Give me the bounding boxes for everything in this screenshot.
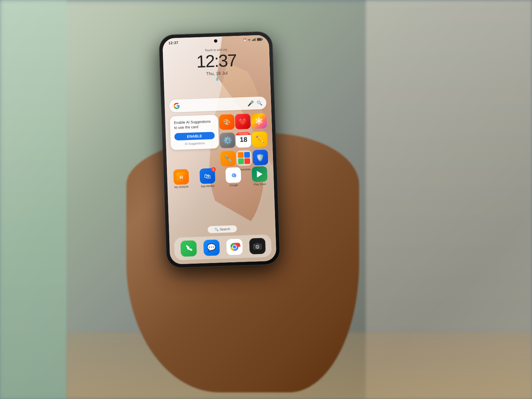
dock-camera-icon[interactable] [249,238,266,254]
app-icon-wrap-notes: ✏️ [251,131,268,148]
essentials-mid-row: ⚙️ Thursday 18 ✏️ [219,131,268,149]
svg-point-8 [258,117,260,119]
ai-card-label: AI Suggestions [175,141,215,146]
phone: 12:37 ⏰ [159,31,280,268]
svg-point-9 [260,118,262,120]
svg-rect-0 [252,40,253,41]
app-icon-2[interactable]: ❤️ [235,114,251,130]
app-market-label: App Market [201,185,214,188]
essentials-top-row: 🎨 ❤️ [218,113,267,131]
dock-phone-icon[interactable] [180,240,197,257]
calendar-icon[interactable]: Thursday 18 [236,132,252,148]
tools-icon[interactable]: 🔧 [220,151,236,167]
svg-rect-27 [254,245,255,246]
battery-icon [257,38,263,42]
clock-section: Touch to add city 12:37 Thu, 18 Jul 💧 [163,47,270,83]
app-icon-wrap-3 [251,113,267,130]
app-icon-wrap-settings: ⚙️ [219,132,236,149]
dock-messages-icon[interactable]: 💬 [203,239,220,256]
chrome-logo [227,240,241,254]
ai-card-text: Enable AI Suggestions to use the card [174,119,214,131]
folder-mini-4 [244,158,250,164]
svg-rect-1 [253,39,253,41]
settings-icon[interactable]: ⚙️ [219,132,235,148]
play-store-logo [255,170,264,179]
svg-rect-3 [255,38,255,41]
play-store-wrap: Play Store [250,166,269,186]
my-honor-icon[interactable]: H [173,169,189,185]
my-honor-wrap: H My HONOR [172,169,191,189]
svg-point-10 [260,121,262,123]
essentials-bottom-row: 🔧 🛡️ [220,150,269,168]
bottom-search-bar[interactable]: 🔍 Search [207,225,237,233]
status-time: 12:37 [168,41,178,45]
background-left-wall [0,0,66,399]
app-icon-wrap-calendar: Thursday 18 [235,132,252,149]
phone-icon-svg [184,244,193,253]
svg-rect-6 [257,38,261,40]
voice-search-icon[interactable]: 🎤 [247,100,254,107]
svg-point-11 [258,123,260,125]
svg-marker-18 [257,171,263,178]
svg-point-12 [256,121,258,123]
folder-mini-1 [238,152,244,158]
app-icon-1[interactable]: 🎨 [219,114,235,130]
alarm-icon: ⏰ [243,39,246,42]
google-app-icon[interactable]: G [225,167,241,183]
essentials-folder[interactable] [236,150,252,166]
dock-chrome-icon[interactable] [226,239,243,255]
lens-search-icon[interactable]: 🔍 [257,100,263,106]
apps-row-2: H My HONOR 🛍 2 App Market G [172,166,269,189]
svg-point-13 [256,119,258,121]
app-icon-wrap-2: ❤️ [235,114,251,131]
folder-mini-2 [244,152,250,158]
phone-screen: 12:37 ⏰ [162,35,277,265]
calendar-date: 18 [240,135,247,144]
app-icon-wrap-shield: 🛡️ [252,150,269,167]
app-market-icon[interactable]: 🛍 2 [200,168,215,184]
google-app-wrap: G Google [224,167,243,187]
google-logo: G [229,170,238,180]
enable-ai-button[interactable]: ENABLE [174,132,215,140]
app-market-wrap: 🛍 2 App Market [198,168,217,188]
essentials-section: 🎨 ❤️ [218,113,269,172]
folder-mini-3 [238,158,244,164]
app-market-badge: 2 [211,167,215,172]
ai-suggestions-card: Enable AI Suggestions to use the card EN… [170,115,219,150]
essentials-folder-wrap [236,150,252,167]
svg-rect-5 [262,39,263,40]
app-icon-wrap-1: 🎨 [218,114,235,131]
play-store-icon[interactable] [252,166,268,182]
svg-text:H: H [179,175,183,180]
app-icon-wrap-tools: 🔧 [220,151,236,168]
camera-icon-svg [253,242,262,250]
svg-rect-2 [254,39,254,41]
signal-icon [252,38,256,42]
my-honor-label: My HONOR [174,185,189,189]
dock: 💬 [174,234,272,260]
honor-logo-svg: H [176,172,186,182]
search-icon: 🔍 [214,227,218,231]
svg-point-7 [257,119,261,123]
clock-time: 12:37 [163,51,270,71]
notes-icon[interactable]: ✏️ [252,131,268,147]
wifi-icon [247,39,251,42]
status-icons: ⏰ [243,38,263,42]
play-store-label: Play Store [254,183,266,186]
google-app-label: Google [229,184,238,187]
shield-icon[interactable]: 🛡️ [252,150,268,166]
search-label: Search [219,227,230,231]
photos-icon[interactable] [251,113,267,129]
google-icon [173,102,180,109]
